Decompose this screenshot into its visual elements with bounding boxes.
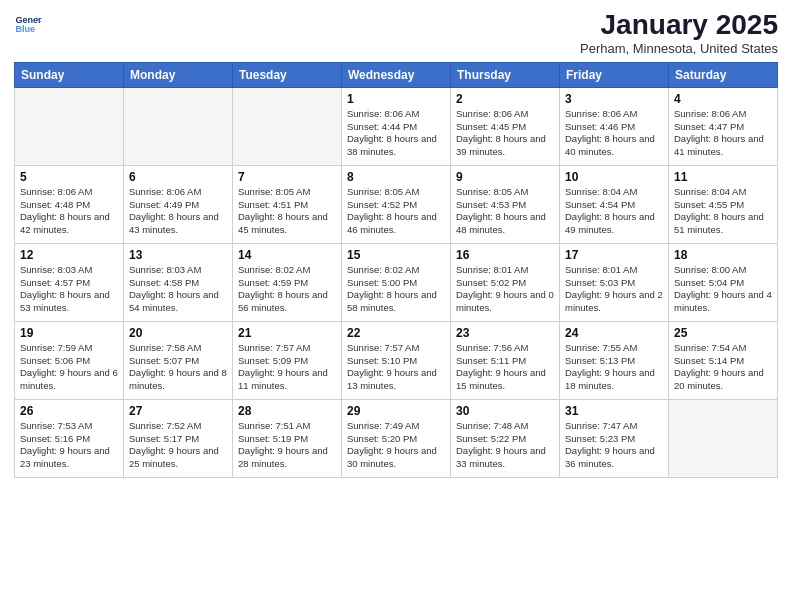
day-number: 24: [565, 326, 663, 340]
calendar-cell: 25Sunrise: 7:54 AM Sunset: 5:14 PM Dayli…: [669, 321, 778, 399]
calendar-cell: 9Sunrise: 8:05 AM Sunset: 4:53 PM Daylig…: [451, 165, 560, 243]
day-number: 14: [238, 248, 336, 262]
day-number: 10: [565, 170, 663, 184]
day-info: Sunrise: 8:06 AM Sunset: 4:49 PM Dayligh…: [129, 186, 227, 237]
day-number: 15: [347, 248, 445, 262]
day-number: 7: [238, 170, 336, 184]
header-thursday: Thursday: [451, 62, 560, 87]
calendar-week-4: 26Sunrise: 7:53 AM Sunset: 5:16 PM Dayli…: [15, 399, 778, 477]
calendar-cell: 17Sunrise: 8:01 AM Sunset: 5:03 PM Dayli…: [560, 243, 669, 321]
calendar-cell: 10Sunrise: 8:04 AM Sunset: 4:54 PM Dayli…: [560, 165, 669, 243]
day-number: 9: [456, 170, 554, 184]
day-number: 30: [456, 404, 554, 418]
day-number: 6: [129, 170, 227, 184]
calendar-cell: 1Sunrise: 8:06 AM Sunset: 4:44 PM Daylig…: [342, 87, 451, 165]
calendar-cell: [15, 87, 124, 165]
header-friday: Friday: [560, 62, 669, 87]
calendar-week-3: 19Sunrise: 7:59 AM Sunset: 5:06 PM Dayli…: [15, 321, 778, 399]
calendar-week-0: 1Sunrise: 8:06 AM Sunset: 4:44 PM Daylig…: [15, 87, 778, 165]
day-info: Sunrise: 7:54 AM Sunset: 5:14 PM Dayligh…: [674, 342, 772, 393]
header-saturday: Saturday: [669, 62, 778, 87]
day-info: Sunrise: 7:56 AM Sunset: 5:11 PM Dayligh…: [456, 342, 554, 393]
calendar-cell: 21Sunrise: 7:57 AM Sunset: 5:09 PM Dayli…: [233, 321, 342, 399]
location: Perham, Minnesota, United States: [580, 41, 778, 56]
day-number: 4: [674, 92, 772, 106]
calendar-cell: 5Sunrise: 8:06 AM Sunset: 4:48 PM Daylig…: [15, 165, 124, 243]
day-info: Sunrise: 7:58 AM Sunset: 5:07 PM Dayligh…: [129, 342, 227, 393]
calendar-cell: 12Sunrise: 8:03 AM Sunset: 4:57 PM Dayli…: [15, 243, 124, 321]
calendar-cell: [669, 399, 778, 477]
day-number: 12: [20, 248, 118, 262]
day-info: Sunrise: 8:06 AM Sunset: 4:45 PM Dayligh…: [456, 108, 554, 159]
day-number: 17: [565, 248, 663, 262]
calendar-cell: 8Sunrise: 8:05 AM Sunset: 4:52 PM Daylig…: [342, 165, 451, 243]
day-info: Sunrise: 7:47 AM Sunset: 5:23 PM Dayligh…: [565, 420, 663, 471]
day-info: Sunrise: 8:01 AM Sunset: 5:02 PM Dayligh…: [456, 264, 554, 315]
calendar-header-row: Sunday Monday Tuesday Wednesday Thursday…: [15, 62, 778, 87]
month-title: January 2025: [580, 10, 778, 41]
calendar-cell: [233, 87, 342, 165]
calendar-cell: 11Sunrise: 8:04 AM Sunset: 4:55 PM Dayli…: [669, 165, 778, 243]
calendar-table: Sunday Monday Tuesday Wednesday Thursday…: [14, 62, 778, 478]
calendar-cell: 7Sunrise: 8:05 AM Sunset: 4:51 PM Daylig…: [233, 165, 342, 243]
title-block: January 2025 Perham, Minnesota, United S…: [580, 10, 778, 56]
day-number: 8: [347, 170, 445, 184]
calendar-cell: 24Sunrise: 7:55 AM Sunset: 5:13 PM Dayli…: [560, 321, 669, 399]
day-number: 16: [456, 248, 554, 262]
day-info: Sunrise: 7:53 AM Sunset: 5:16 PM Dayligh…: [20, 420, 118, 471]
day-info: Sunrise: 8:05 AM Sunset: 4:52 PM Dayligh…: [347, 186, 445, 237]
logo: General Blue: [14, 10, 42, 38]
calendar-cell: 14Sunrise: 8:02 AM Sunset: 4:59 PM Dayli…: [233, 243, 342, 321]
calendar-cell: 13Sunrise: 8:03 AM Sunset: 4:58 PM Dayli…: [124, 243, 233, 321]
page: General Blue January 2025 Perham, Minnes…: [0, 0, 792, 612]
day-info: Sunrise: 8:01 AM Sunset: 5:03 PM Dayligh…: [565, 264, 663, 315]
calendar-cell: 3Sunrise: 8:06 AM Sunset: 4:46 PM Daylig…: [560, 87, 669, 165]
calendar-cell: 23Sunrise: 7:56 AM Sunset: 5:11 PM Dayli…: [451, 321, 560, 399]
calendar-cell: 27Sunrise: 7:52 AM Sunset: 5:17 PM Dayli…: [124, 399, 233, 477]
day-info: Sunrise: 8:02 AM Sunset: 5:00 PM Dayligh…: [347, 264, 445, 315]
header: General Blue January 2025 Perham, Minnes…: [14, 10, 778, 56]
day-number: 21: [238, 326, 336, 340]
day-number: 31: [565, 404, 663, 418]
day-info: Sunrise: 7:55 AM Sunset: 5:13 PM Dayligh…: [565, 342, 663, 393]
calendar-cell: 18Sunrise: 8:00 AM Sunset: 5:04 PM Dayli…: [669, 243, 778, 321]
calendar-cell: 19Sunrise: 7:59 AM Sunset: 5:06 PM Dayli…: [15, 321, 124, 399]
day-number: 2: [456, 92, 554, 106]
logo-icon: General Blue: [14, 10, 42, 38]
header-sunday: Sunday: [15, 62, 124, 87]
calendar-cell: 29Sunrise: 7:49 AM Sunset: 5:20 PM Dayli…: [342, 399, 451, 477]
calendar-cell: 6Sunrise: 8:06 AM Sunset: 4:49 PM Daylig…: [124, 165, 233, 243]
calendar-cell: 4Sunrise: 8:06 AM Sunset: 4:47 PM Daylig…: [669, 87, 778, 165]
day-info: Sunrise: 8:05 AM Sunset: 4:53 PM Dayligh…: [456, 186, 554, 237]
day-number: 27: [129, 404, 227, 418]
calendar-week-2: 12Sunrise: 8:03 AM Sunset: 4:57 PM Dayli…: [15, 243, 778, 321]
day-number: 28: [238, 404, 336, 418]
day-info: Sunrise: 8:06 AM Sunset: 4:47 PM Dayligh…: [674, 108, 772, 159]
day-number: 1: [347, 92, 445, 106]
header-monday: Monday: [124, 62, 233, 87]
calendar-cell: 26Sunrise: 7:53 AM Sunset: 5:16 PM Dayli…: [15, 399, 124, 477]
day-info: Sunrise: 7:49 AM Sunset: 5:20 PM Dayligh…: [347, 420, 445, 471]
day-info: Sunrise: 7:59 AM Sunset: 5:06 PM Dayligh…: [20, 342, 118, 393]
day-number: 20: [129, 326, 227, 340]
day-info: Sunrise: 8:03 AM Sunset: 4:58 PM Dayligh…: [129, 264, 227, 315]
day-info: Sunrise: 8:00 AM Sunset: 5:04 PM Dayligh…: [674, 264, 772, 315]
calendar-cell: 31Sunrise: 7:47 AM Sunset: 5:23 PM Dayli…: [560, 399, 669, 477]
header-wednesday: Wednesday: [342, 62, 451, 87]
calendar-cell: 22Sunrise: 7:57 AM Sunset: 5:10 PM Dayli…: [342, 321, 451, 399]
day-number: 11: [674, 170, 772, 184]
day-info: Sunrise: 7:51 AM Sunset: 5:19 PM Dayligh…: [238, 420, 336, 471]
day-info: Sunrise: 8:04 AM Sunset: 4:55 PM Dayligh…: [674, 186, 772, 237]
day-info: Sunrise: 8:04 AM Sunset: 4:54 PM Dayligh…: [565, 186, 663, 237]
day-number: 22: [347, 326, 445, 340]
calendar-cell: 20Sunrise: 7:58 AM Sunset: 5:07 PM Dayli…: [124, 321, 233, 399]
day-number: 19: [20, 326, 118, 340]
calendar-cell: 16Sunrise: 8:01 AM Sunset: 5:02 PM Dayli…: [451, 243, 560, 321]
day-number: 5: [20, 170, 118, 184]
day-number: 29: [347, 404, 445, 418]
day-number: 3: [565, 92, 663, 106]
calendar-week-1: 5Sunrise: 8:06 AM Sunset: 4:48 PM Daylig…: [15, 165, 778, 243]
day-info: Sunrise: 8:06 AM Sunset: 4:46 PM Dayligh…: [565, 108, 663, 159]
day-number: 13: [129, 248, 227, 262]
day-info: Sunrise: 7:52 AM Sunset: 5:17 PM Dayligh…: [129, 420, 227, 471]
